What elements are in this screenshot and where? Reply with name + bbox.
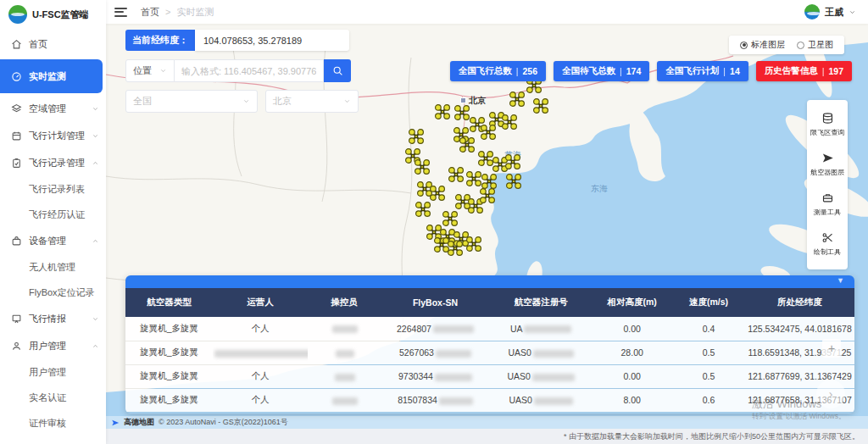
drone-marker[interactable]: [506, 174, 521, 189]
redacted-text: [524, 325, 571, 333]
table-cell: 28.00: [592, 341, 672, 364]
sidebar-item-2[interactable]: 空域管理: [0, 95, 106, 122]
sidebar-item-label: 设备管理: [29, 235, 85, 247]
drone-marker[interactable]: [466, 171, 481, 186]
user-name: 王威: [825, 6, 843, 19]
redacted-text: [439, 397, 473, 405]
table-cell: UA: [490, 317, 592, 341]
table-row[interactable]: 旋翼机_多旋翼5267063UAS028.000.5118.6591348, 3…: [125, 341, 854, 364]
amap-brand: 高德地图: [124, 417, 154, 428]
tool-scissors[interactable]: 绘制工具: [807, 225, 848, 264]
sidebar-item-label: 飞行记录管理: [29, 157, 85, 169]
amap-license: © 2023 AutoNavi - GS京(2022)1061号: [159, 417, 288, 428]
drone-marker[interactable]: [448, 241, 463, 256]
drone-marker[interactable]: [435, 104, 450, 119]
drone-marker[interactable]: [459, 137, 475, 153]
drone-marker[interactable]: [448, 167, 464, 182]
avatar: [804, 4, 820, 19]
stat-label: 历史告警信息: [765, 65, 818, 77]
drone-marker[interactable]: [480, 188, 495, 203]
tool-label: 航空器图层: [810, 168, 844, 177]
stat-separator: |: [620, 66, 622, 76]
collapse-panel-icon[interactable]: ▼: [837, 276, 844, 285]
sidebar-item-0[interactable]: 首页: [0, 31, 106, 58]
drone-marker[interactable]: [466, 236, 481, 252]
province-select[interactable]: 全国: [125, 90, 258, 113]
chevron-down-icon: [92, 105, 99, 113]
drone-marker[interactable]: [430, 186, 445, 201]
drone-marker[interactable]: [415, 159, 430, 175]
drone-marker[interactable]: [442, 211, 458, 226]
drone-marker[interactable]: [481, 174, 497, 189]
table-cell: 0.00: [592, 317, 672, 341]
drone-marker[interactable]: [505, 154, 520, 169]
sidebar-subitem[interactable]: 飞行记录列表: [0, 176, 106, 202]
table-row[interactable]: 旋翼机_多旋翼个人9730344UAS00.000.5121.6877699, …: [125, 364, 854, 388]
sidebar-item-7[interactable]: 用户管理: [0, 332, 106, 359]
drone-marker[interactable]: [509, 92, 525, 107]
column-header: 所处经纬度: [745, 288, 854, 317]
next-page-arrow[interactable]: ›: [816, 380, 845, 408]
sidebar-subitem[interactable]: 飞行经历认证: [0, 202, 106, 227]
sidebar-item-4[interactable]: 飞行记录管理: [0, 149, 106, 176]
national-stats: 全国飞行总数|256全国待飞总数|174全国飞行计划|14历史告警信息|197: [450, 61, 852, 81]
flight-table-panel: ▼ 航空器类型运营人操控员FlyBox-SN航空器注册号相对高度(m)速度(m/…: [125, 275, 854, 413]
stat-label: 全国飞行计划: [665, 65, 719, 77]
table-row[interactable]: 旋翼机_多旋翼个人81507834UAS08.000.6121.6877658,…: [125, 388, 854, 412]
user-menu[interactable]: 王威: [804, 4, 856, 19]
drone-marker[interactable]: [502, 114, 517, 130]
stat-value: 14: [730, 66, 740, 76]
search-type-select[interactable]: 位置: [125, 59, 175, 82]
collapse-sidebar-icon[interactable]: [114, 8, 127, 17]
sidebar-item-3[interactable]: 飞行计划管理: [0, 122, 106, 149]
drone-marker[interactable]: [481, 125, 496, 140]
sidebar-item-6[interactable]: 飞行情报: [0, 305, 106, 332]
layer-satellite-radio[interactable]: 卫星图: [797, 39, 833, 51]
sidebar-item-label: 首页: [29, 38, 99, 51]
city-select[interactable]: 北京: [265, 90, 359, 113]
map-zoom-in-button[interactable]: +: [822, 339, 841, 358]
sidebar-subitem[interactable]: FlyBox定位记录: [0, 280, 106, 305]
table-cell: UAS0: [490, 388, 592, 412]
paper-plane-icon: [821, 152, 834, 164]
tool-measure-case[interactable]: 测量工具: [807, 185, 848, 225]
stat-button-2[interactable]: 全国飞行计划|14: [657, 61, 748, 81]
sidebar-subitem[interactable]: 实名认证: [0, 385, 106, 410]
tool-paper-plane[interactable]: 航空器图层: [807, 145, 848, 185]
column-header: 相对高度(m): [592, 288, 672, 317]
sidebar-subitem[interactable]: 无人机管理: [0, 254, 106, 280]
sidebar-item-5[interactable]: 设备管理: [0, 227, 106, 254]
sidebar-subitem[interactable]: 用户管理: [0, 359, 106, 385]
tool-database[interactable]: 限飞区查询: [807, 105, 848, 145]
tool-label: 绘制工具: [814, 247, 841, 257]
drone-marker[interactable]: [454, 105, 470, 120]
app-logo-row: U-FSC监管端: [0, 0, 106, 25]
chevron-up-icon: [92, 159, 99, 167]
table-cell: 0.6: [672, 388, 745, 412]
table-cell: 0.5: [672, 364, 745, 388]
sidebar-item-label: 飞行计划管理: [29, 130, 85, 142]
table-cell: 旋翼机_多旋翼: [125, 317, 213, 341]
column-header: 操控员: [308, 288, 381, 317]
drone-marker[interactable]: [409, 129, 424, 144]
drone-marker[interactable]: [478, 151, 493, 166]
layer-standard-radio[interactable]: 标准图层: [740, 39, 785, 51]
sidebar-item-1[interactable]: 实时监测: [0, 59, 103, 93]
redacted-text: [214, 350, 308, 358]
chevron-down-icon: [242, 97, 250, 105]
drone-marker[interactable]: [533, 98, 548, 114]
drone-marker[interactable]: [415, 202, 431, 217]
redacted-text: [532, 374, 575, 381]
column-header: 航空器注册号: [490, 288, 592, 317]
table-cell: [213, 341, 308, 364]
breadcrumb-home[interactable]: 首页: [141, 6, 159, 19]
stat-button-3[interactable]: 历史告警信息|197: [756, 61, 852, 81]
sidebar-subitem[interactable]: 证件审核: [0, 410, 106, 436]
stat-button-0[interactable]: 全国飞行总数|256: [450, 61, 546, 81]
stat-separator: |: [723, 66, 726, 76]
stat-button-1[interactable]: 全国待飞总数|174: [554, 61, 649, 81]
search-button[interactable]: [324, 59, 351, 82]
coordinate-search-input[interactable]: [175, 59, 324, 82]
table-row[interactable]: 旋翼机_多旋翼个人2264807UA0.000.4125.5342475, 44…: [125, 317, 854, 341]
map-canvas[interactable]: 北京黄海东海 当前经纬度： 104.078653, 35.278189 位置: [106, 24, 868, 429]
